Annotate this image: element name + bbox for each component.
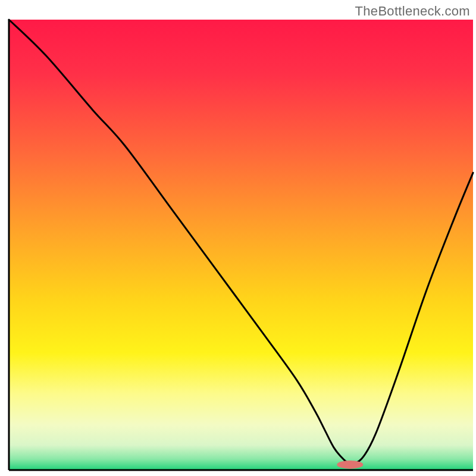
optimal-marker [337, 461, 363, 469]
bottleneck-chart [0, 0, 476, 476]
watermark-text: TheBottleneck.com [355, 4, 470, 19]
chart-frame: TheBottleneck.com [0, 0, 476, 476]
gradient-background [9, 20, 473, 470]
